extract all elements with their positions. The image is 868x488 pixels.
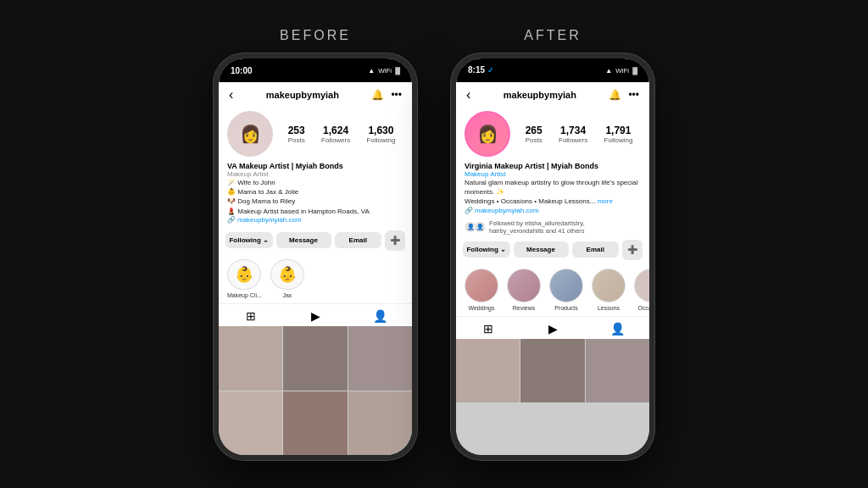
wifi-icon: WiFi [378,67,392,75]
after-label: AFTER [524,28,581,43]
after-highlight-label-reviews: Reviews [513,305,535,311]
before-highlights-row: 👶 Makeup Cli... 👶 Jax [219,254,412,304]
before-message-button[interactable]: Message [276,232,331,248]
after-tag-tab[interactable]: 👤 [585,322,649,336]
after-highlight-reviews[interactable]: Reviews [507,269,541,311]
after-grid-tab[interactable]: ⊞ [456,322,520,336]
mini-avatars: 👤 👤 [465,221,486,233]
before-follow-button[interactable]: Following ⌄ [225,232,273,248]
after-highlight-weddings[interactable]: Weddings [465,269,498,311]
after-grid-preview [456,339,649,455]
before-following-label: Following [367,136,396,144]
after-grid-cell-1 [456,339,520,402]
before-followers-stat: 1,624 Followers [321,125,350,144]
grid-cell-2 [283,326,347,390]
main-container: BEFORE 10:00 ▲ WiFi ▓ ‹ makeupbymyiah [0,0,868,488]
before-tag-tab[interactable]: 👤 [348,309,412,323]
before-posts-label: Posts [288,136,305,144]
grid-cell-6 [348,391,412,455]
after-signal-icon: ▲ [605,67,612,75]
before-screen: 10:00 ▲ WiFi ▓ ‹ makeupbymyiah 🔔 ••• [219,58,412,455]
before-time: 10:00 [231,66,253,75]
after-bio-description: Natural glam makeup artistry to glow thr… [465,178,641,197]
after-add-button[interactable]: ➕ [622,240,643,260]
before-label: BEFORE [280,28,351,43]
before-bio-category: Makeup Artist [227,170,403,178]
after-highlight-label-weddings: Weddings [468,305,494,311]
after-highlight-lessons[interactable]: Lessons [592,269,626,311]
after-follow-button[interactable]: Following ⌄ [463,241,510,258]
mini-av-2: 👤 [474,221,486,233]
more-icon[interactable]: ••• [391,89,402,101]
after-posts-value: 265 [526,125,542,136]
grid-cell-5 [283,391,347,455]
after-bell-icon[interactable]: 🔔 [609,89,621,101]
after-back-button[interactable]: ‹ [466,87,470,103]
after-action-buttons: Following ⌄ Message Email ➕ [456,236,649,263]
after-bio-tags: Weddings • Occasions • Makeup Lessons...… [465,197,641,206]
before-profile-header: ‹ makeupbymyiah 🔔 ••• [219,82,412,108]
after-battery-icon: ▓ [632,67,637,75]
after-stats-group: 265 Posts 1,734 Followers 1,791 Followin… [517,125,641,144]
battery-icon: ▓ [395,67,400,75]
after-email-button[interactable]: Email [572,241,620,258]
before-highlight-1[interactable]: 👶 Makeup Cli... [227,259,262,299]
before-stats-row: 👩 253 Posts 1,624 Followers 1,630 Follo [219,108,412,160]
after-bio: Virginia Makeup Artist | Myiah Bonds Mak… [456,160,649,218]
after-highlight-circle-reviews [507,269,541,302]
before-email-button[interactable]: Email [335,232,382,248]
after-profile-header: ‹ makeupbymyiah 🔔 ••• [456,82,649,108]
after-bio-link[interactable]: 🔗 makeupbymyiah.com [465,207,641,214]
after-following-value: 1,791 [605,125,631,136]
before-bio-link[interactable]: 🔗 makeupbymyiah.com [227,216,403,224]
after-highlight-occasions[interactable]: Occasio... [634,269,649,311]
grid-cell-3 [348,326,412,390]
before-bio-line4: 💄 Makeup Artist based in Hampton Roads, … [227,207,403,216]
after-time-value: 8:15 [468,65,485,75]
followed-by-text: Followed by elisha_alluredartistry, hair… [489,219,641,235]
after-tags-text: Weddings • Occasions • Makeup Lessons... [465,197,595,205]
bell-icon[interactable]: 🔔 [371,89,384,101]
after-status-bar: 8:15 ✓ ▲ WiFi ▓ [456,58,649,82]
before-phone: 10:00 ▲ WiFi ▓ ‹ makeupbymyiah 🔔 ••• [214,53,417,460]
after-highlight-products[interactable]: Products [549,269,583,311]
after-followed-by: 👤 👤 Followed by elisha_alluredartistry, … [456,218,649,236]
header-icons: 🔔 ••• [371,89,402,101]
after-followers-stat: 1,734 Followers [559,125,587,144]
back-button[interactable]: ‹ [229,87,233,103]
grid-cell-1 [219,326,282,390]
after-message-button[interactable]: Message [514,241,569,258]
before-highlight-circle-1: 👶 [227,259,261,291]
after-column: AFTER 8:15 ✓ ▲ WiFi ▓ [451,28,654,460]
before-stats-group: 253 Posts 1,624 Followers 1,630 Followin… [280,125,403,144]
after-followers-value: 1,734 [560,125,586,136]
after-bio-name: Virginia Makeup Artist | Myiah Bonds [465,162,641,170]
before-followers-value: 1,624 [323,125,348,136]
before-highlight-2[interactable]: 👶 Jax [270,259,304,299]
after-highlight-label-products: Products [554,305,578,311]
after-more-link[interactable]: more [598,197,613,205]
link-icon: 🔗 [227,216,236,224]
after-following-stat: 1,791 Following [604,125,633,144]
after-more-icon[interactable]: ••• [628,89,639,101]
before-video-tab[interactable]: ▶ [283,309,348,323]
before-bio: VA Makeup Artist | Myiah Bonds Makeup Ar… [219,160,412,227]
after-link-icon: 🔗 [465,207,473,214]
after-highlight-circle-products [549,269,583,302]
before-add-button[interactable]: ➕ [385,230,405,251]
after-time: 8:15 ✓ [468,65,494,75]
before-highlight-label-2: Jax [282,292,292,298]
after-highlight-label-lessons: Lessons [598,305,620,311]
before-bio-line2: 👶 Mama to Jax & Jolie [227,187,403,197]
after-bio-category: Makeup Artist [465,170,641,178]
verified-check: ✓ [487,67,494,75]
before-grid-tab[interactable]: ⊞ [219,309,283,323]
before-avatar: 👩 [227,111,273,157]
after-followers-label: Followers [559,136,587,144]
after-username: makeupbymyiah [504,90,576,100]
after-video-tab[interactable]: ▶ [520,322,585,336]
grid-cell-4 [219,391,282,455]
before-posts-value: 253 [288,125,305,136]
before-grid-preview [219,326,412,455]
before-highlight-label-1: Makeup Cli... [227,292,262,298]
